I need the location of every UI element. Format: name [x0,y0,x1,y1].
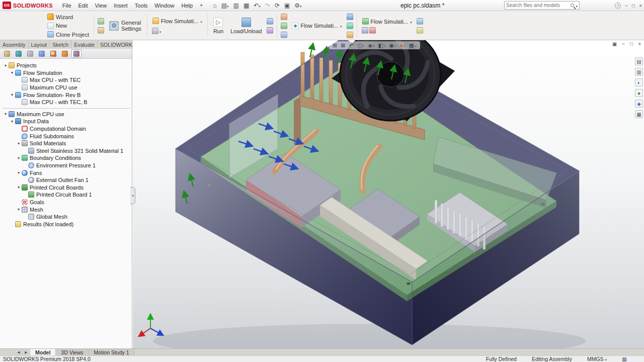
tree-item-global-mesh[interactable]: Global Mesh [1,213,132,221]
tab-model[interactable]: Model [30,349,56,355]
tree-item-fluid-subdomains[interactable]: Fluid Subdomains [1,132,132,140]
open-button[interactable] [220,2,230,10]
display-style-button[interactable] [377,42,387,49]
tile-window-icon[interactable] [612,41,617,47]
close-icon[interactable] [639,3,642,9]
tree-item-printed-circuit-boards[interactable]: Printed Circuit Boards [1,184,132,192]
tree-item-goals[interactable]: Goals [1,199,132,206]
status-grid-icon[interactable] [622,356,627,362]
selection-filter-icon[interactable] [283,2,291,10]
tree-item-solid-materials[interactable]: Solid Materials [1,140,132,147]
help-icon[interactable] [615,3,621,9]
general-settings-button[interactable]: GeneralSettings [107,19,143,33]
edit-appearance-button[interactable] [398,42,407,48]
featuremanager-tab[interactable] [2,49,12,58]
search-box[interactable] [504,1,580,10]
menu-file[interactable]: File [59,1,75,10]
view-orientation-button[interactable] [367,42,376,49]
clone-project-button[interactable]: Clone Project [46,31,90,38]
new-button[interactable]: New [46,22,68,30]
dimxpertmanager-tab[interactable] [37,49,47,58]
surface-plot-icon[interactable] [347,23,353,29]
flow-simulation-display-dropdown[interactable]: Flow Simulati... [361,18,414,25]
tree-item-flow-simulation-rev-b[interactable]: Flow Simulation- Rev B [1,91,132,99]
flow-simulation-manager-tab[interactable] [71,49,82,58]
display-options-icon[interactable] [635,57,643,65]
component-transparency-icon[interactable] [98,27,104,34]
tree-item-environment-pressure[interactable]: Environment Pressure 1 [1,162,132,169]
save-icon[interactable] [232,2,240,10]
expand-arrow[interactable] [16,185,21,190]
menu-view[interactable]: View [91,1,110,10]
menu-edit[interactable]: Edit [75,1,92,10]
units-dropdown[interactable]: MMGS [587,356,607,362]
run-button[interactable]: Run [211,17,225,35]
xy-plot-icon[interactable] [417,18,423,25]
menu-insert[interactable]: Insert [110,1,131,10]
propertymanager-tab[interactable] [14,49,24,58]
tree-item-max-cpu-with-tec[interactable]: Max CPU - with TEC [1,76,132,84]
expand-arrow[interactable] [16,207,21,212]
results-summary-icon[interactable] [281,32,287,38]
expand-arrow[interactable] [3,112,8,116]
expand-arrow[interactable] [10,93,15,97]
tree-item-external-outlet-fan[interactable]: External Outlet Fan 1 [1,176,132,184]
tab-motion-study-1[interactable]: Motion Study 1 [89,349,135,355]
zoom-fit-button[interactable] [331,42,339,49]
component-control-icon[interactable] [98,18,104,25]
tree-item-computational-domain[interactable]: Computational Domain [1,125,132,133]
flow-trajectories-icon[interactable] [347,32,353,38]
search-input[interactable] [506,3,570,8]
expand-arrow[interactable] [16,170,21,175]
expand-arrow[interactable] [10,119,15,124]
tree-item-max-cpu-with-tec-b[interactable]: Max CPU - with TEC, B [1,99,132,106]
viewport-minimize-icon[interactable] [622,41,625,47]
tree-item-boundary-conditions[interactable]: Boundary Conditions [1,154,132,162]
expand-arrow[interactable] [3,63,8,68]
flow-simulation-project-dropdown[interactable]: Flow Simulati... [151,17,204,25]
section-cap-icon[interactable] [635,68,643,76]
flow-display-icon[interactable] [635,89,643,97]
cam-manager-tab[interactable] [60,49,70,58]
section-view-button[interactable] [356,42,366,49]
redo-icon[interactable] [264,2,272,10]
menu-help[interactable]: Help [178,1,196,10]
cut-plot-icon[interactable] [347,14,353,20]
tab-sketch[interactable]: Sketch [50,40,71,49]
print-icon[interactable] [242,2,251,10]
tree-item-study-root[interactable]: Maximum CPU use [1,111,132,118]
viewport-close-icon[interactable] [638,41,641,47]
home-icon[interactable] [211,2,218,10]
flow-simulation-results-dropdown[interactable]: Flow Simulati... [290,22,343,30]
batch-run-icon[interactable] [267,27,273,34]
viewport-3d-scene[interactable] [133,40,644,348]
expand-arrow[interactable] [16,156,21,160]
probe-icon[interactable] [362,27,368,34]
compare-results-icon[interactable] [281,23,287,29]
tab-3d-views[interactable]: 3D Views [56,349,89,355]
tree-item-fans[interactable]: Fans [1,169,132,176]
tab-evaluate[interactable]: Evaluate [71,40,98,49]
lighting-icon[interactable] [635,78,643,86]
graphics-viewport[interactable] [133,40,644,348]
report-icon[interactable] [417,27,423,34]
viewport-settings-icon[interactable] [635,110,643,118]
wizard-button[interactable]: Wizard [46,13,74,21]
configurationmanager-tab[interactable] [25,49,35,58]
load-unload-button[interactable]: Load/Unload [228,17,264,35]
search-icon[interactable] [571,4,574,7]
mesh-settings-button[interactable] [151,28,162,34]
apply-scene-button[interactable] [408,42,418,49]
previous-view-button[interactable] [347,42,355,49]
displaymanager-tab[interactable] [48,49,58,58]
load-results-icon[interactable] [281,14,287,20]
solver-monitor-icon[interactable] [267,18,273,25]
search-dropdown-icon[interactable] [576,3,578,9]
tree-item-flow-simulation[interactable]: Flow Simulation [1,69,132,77]
tab-scroll-right-icon[interactable] [23,349,30,355]
tab-layout[interactable]: Layout [29,40,50,49]
tree-item-input-data[interactable]: Input Data [1,118,132,125]
menu-pin-icon[interactable] [199,3,203,8]
restore-icon[interactable] [632,3,635,9]
hide-show-items-button[interactable] [387,42,397,49]
